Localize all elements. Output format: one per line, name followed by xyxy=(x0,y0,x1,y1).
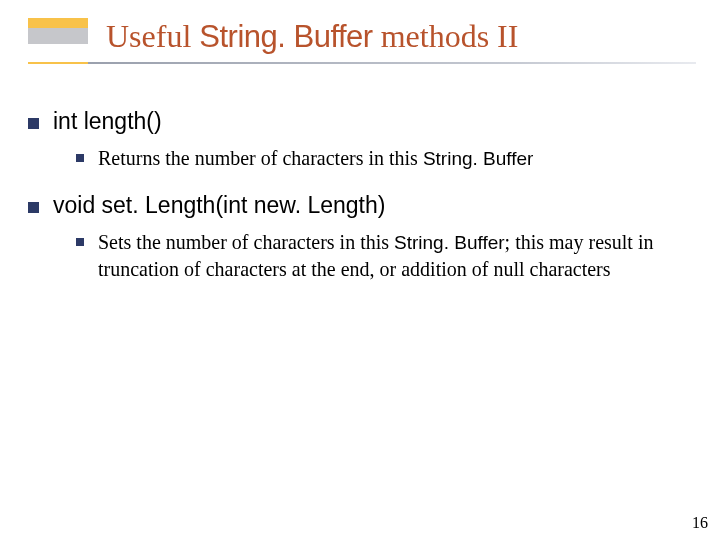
title-post: methods II xyxy=(373,18,519,54)
desc-pre: Sets the number of characters in this xyxy=(98,231,394,253)
header: Useful String. Buffer methods II xyxy=(28,18,692,74)
method-signature: int length() xyxy=(53,108,162,135)
title-code: String. Buffer xyxy=(199,19,372,54)
list-item: void set. Length(int new. Length) xyxy=(28,192,692,219)
desc-code: String. Buffer xyxy=(394,232,505,253)
content: int length() Returns the number of chara… xyxy=(28,74,692,283)
accent-block xyxy=(28,18,88,44)
title-pre: Useful xyxy=(106,18,199,54)
method-description: Sets the number of characters in this St… xyxy=(98,229,666,283)
title-rule xyxy=(28,62,696,64)
page-number: 16 xyxy=(692,514,708,532)
square-bullet-icon xyxy=(28,202,39,213)
accent-yellow-bar xyxy=(28,18,88,28)
accent-grey-bar xyxy=(28,28,88,44)
list-item: int length() xyxy=(28,108,692,135)
slide: Useful String. Buffer methods II int len… xyxy=(0,0,720,540)
method-description: Returns the number of characters in this… xyxy=(98,145,533,172)
method-signature: void set. Length(int new. Length) xyxy=(53,192,385,219)
square-bullet-icon xyxy=(28,118,39,129)
list-item: Returns the number of characters in this… xyxy=(76,145,666,172)
desc-pre: Returns the number of characters in this xyxy=(98,147,423,169)
slide-title: Useful String. Buffer methods II xyxy=(106,18,518,55)
square-bullet-icon xyxy=(76,154,84,162)
list-item: Sets the number of characters in this St… xyxy=(76,229,666,283)
square-bullet-icon xyxy=(76,238,84,246)
desc-code: String. Buffer xyxy=(423,148,534,169)
